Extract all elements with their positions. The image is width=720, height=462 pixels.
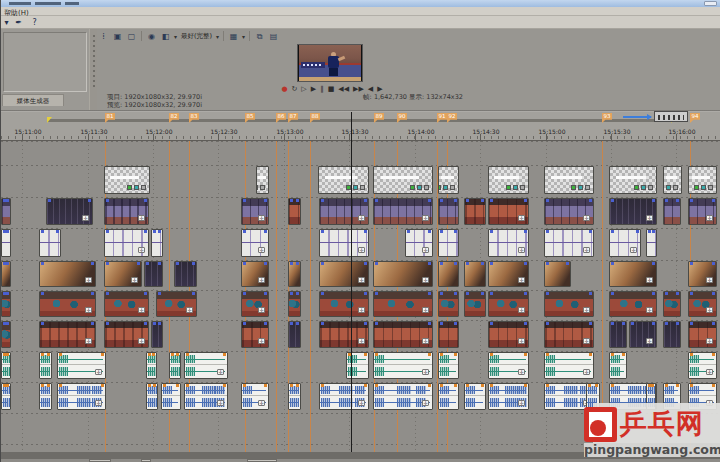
overlay-grid-icon[interactable]: ▦ [228,31,239,42]
video-event-clip[interactable]: ✛ [488,321,529,348]
event-fx-button-icon[interactable] [134,185,139,190]
video-event-clip[interactable]: ✛ [104,261,142,287]
play-from-start-icon[interactable]: ▷ [301,85,306,94]
video-event-clip[interactable]: ✛ [544,321,594,348]
event-pan-crop-icon[interactable]: ✛ [518,215,525,221]
video-event-clip[interactable]: ✛ [319,229,369,257]
video-event-clip[interactable]: ✛ [104,229,149,257]
video-event-clip[interactable] [438,291,459,317]
dropdown-caret-icon[interactable]: ▾ [216,33,219,40]
stop-icon[interactable]: ■ [328,85,335,94]
event-pan-crop-icon[interactable]: ✛ [217,369,224,375]
window-restore-button[interactable] [704,1,717,6]
video-event-clip[interactable]: ✛ [241,321,269,348]
event-pan-crop-icon[interactable]: ✛ [258,307,265,313]
video-event-clip[interactable]: ✛ [373,261,433,287]
event-pan-crop-icon[interactable]: ✛ [518,369,525,375]
audio-event-clip[interactable] [438,383,459,410]
event-pan-crop-icon[interactable]: ✛ [186,307,193,313]
event-pan-crop-icon[interactable]: ✛ [706,369,713,375]
audio-event-clip[interactable]: ✛ [241,383,269,410]
event-pan-crop-icon[interactable]: ✛ [706,307,713,313]
video-event-clip[interactable] [288,261,301,287]
video-event-clip[interactable]: ✛ [241,291,269,317]
video-event-clip[interactable] [438,321,459,348]
event-fx-button-icon[interactable] [443,185,448,190]
video-event-clip[interactable] [438,229,459,257]
dropdown-caret-icon[interactable]: ▾ [242,33,245,40]
title-event-clip[interactable] [104,166,150,194]
video-event-clip[interactable] [663,291,681,317]
event-fx-button-icon[interactable] [663,185,664,190]
event-fx-button-icon[interactable] [450,185,455,190]
event-pan-crop-icon[interactable]: ✛ [706,338,713,344]
event-pan-crop-icon[interactable]: ✛ [95,400,102,406]
event-pan-crop-icon[interactable]: ✛ [358,338,365,344]
event-pan-crop-icon[interactable]: ✛ [422,215,429,221]
record-icon[interactable]: ● [281,85,287,94]
video-event-clip[interactable]: ✛ [488,198,529,225]
event-pan-crop-icon[interactable]: ✛ [422,338,429,344]
video-event-clip[interactable] [464,261,486,287]
audio-event-clip[interactable]: ✛ [544,352,594,379]
video-event-clip[interactable]: ✛ [104,198,149,225]
video-event-clip[interactable]: ✛ [609,198,657,225]
event-fx-button-icon[interactable] [506,185,511,190]
event-pan-crop-icon[interactable]: ✛ [583,215,590,221]
event-pan-crop-icon[interactable]: ✛ [358,215,365,221]
event-pan-crop-icon[interactable]: ✛ [583,307,590,313]
event-fx-button-icon[interactable] [585,185,590,190]
title-event-clip[interactable] [688,166,717,194]
event-pan-crop-icon[interactable]: ✛ [258,338,265,344]
event-fx-button-icon[interactable] [641,185,646,190]
event-pan-crop-icon[interactable]: ✛ [85,307,92,313]
event-pan-crop-icon[interactable]: ✛ [646,277,653,283]
context-help-icon[interactable]: ? [29,17,40,28]
event-fx-button-icon[interactable] [424,185,429,190]
video-event-clip[interactable]: ✛ [39,321,96,348]
event-pan-crop-icon[interactable]: ✛ [422,369,429,375]
video-event-clip[interactable]: ✛ [373,198,433,225]
video-event-clip[interactable] [609,321,627,348]
event-pan-crop-icon[interactable]: ✛ [422,247,429,253]
audio-event-clip[interactable] [146,383,158,410]
dropdown-caret-icon[interactable]: ▾ [174,33,177,40]
audio-event-clip[interactable] [346,352,369,379]
event-fx-button-icon[interactable] [353,185,358,190]
video-event-clip[interactable] [1,261,11,287]
video-event-clip[interactable] [663,198,681,225]
video-event-clip[interactable]: ✛ [544,229,594,257]
video-event-clip[interactable] [544,261,571,287]
audio-event-clip[interactable] [464,383,486,410]
audio-event-clip[interactable]: ✛ [373,352,433,379]
ink-bottle-icon[interactable]: ✒ [13,17,24,28]
event-fx-button-icon[interactable] [260,185,265,190]
event-pan-crop-icon[interactable]: ✛ [646,307,653,313]
event-pan-crop-icon[interactable]: ✛ [518,307,525,313]
video-event-clip[interactable] [438,261,459,287]
video-event-clip[interactable]: ✛ [46,198,93,225]
go-to-start-icon[interactable]: ◀◀ [338,85,349,94]
loop-playback-icon[interactable]: ↻ [291,85,297,94]
loop-region-bar[interactable] [47,119,672,122]
event-pan-crop-icon[interactable]: ✛ [217,400,224,406]
event-fx-button-icon[interactable] [127,185,132,190]
video-event-clip[interactable]: ✛ [609,291,657,317]
video-event-clip[interactable] [464,198,486,225]
event-pan-crop-icon[interactable]: ✛ [258,277,265,283]
event-pan-crop-icon[interactable]: ✛ [85,277,92,283]
video-event-clip[interactable]: ✛ [156,291,197,317]
video-event-clip[interactable]: ✛ [241,261,269,287]
event-fx-button-icon[interactable] [648,185,653,190]
video-event-clip[interactable] [174,261,197,287]
event-pan-crop-icon[interactable]: ✛ [95,369,102,375]
preview-quality-dropdown[interactable]: 最好(完整) [180,32,213,41]
event-pan-crop-icon[interactable]: ✛ [583,338,590,344]
video-event-clip[interactable]: ✛ [629,321,657,348]
audio-event-clip[interactable]: ✛ [488,383,529,410]
video-event-clip[interactable]: ✛ [39,261,96,287]
audio-event-clip[interactable]: ✛ [57,352,106,379]
time-ruler[interactable]: 15:11:0015:11:3015:12:0015:12:3015:13:00… [1,125,720,141]
audio-event-clip[interactable] [609,352,627,379]
event-pan-crop-icon[interactable]: ✛ [131,277,138,283]
